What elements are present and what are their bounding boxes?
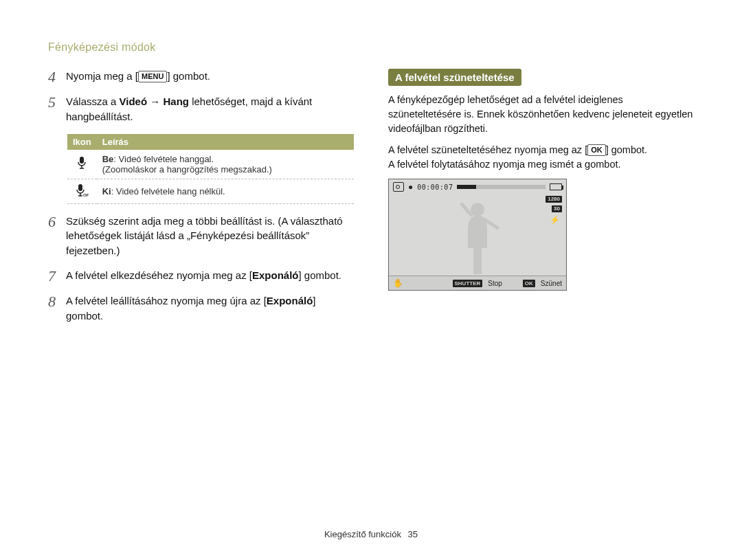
- step-number: 7: [48, 268, 66, 284]
- page-number: 35: [408, 529, 418, 539]
- resolution-badge: 1280: [546, 196, 562, 203]
- text: A felvétel szüneteltetéséhez nyomja meg …: [388, 144, 587, 155]
- paragraph: A felvétel szüneteltetéséhez nyomja meg …: [388, 143, 694, 172]
- step-number: 6: [48, 214, 66, 229]
- camera-viewfinder: 1280 30 ⚡: [389, 193, 566, 276]
- bold-text: Videó: [120, 96, 148, 107]
- battery-icon: [550, 183, 562, 190]
- page-header: Fényképezési módok: [48, 41, 694, 54]
- step-body: A felvétel leállításához nyomja meg újra…: [66, 293, 354, 324]
- ok-key-label: OK: [523, 280, 535, 287]
- bold-text: Hang: [163, 96, 189, 107]
- menu-button-label: MENU: [138, 71, 167, 82]
- record-dot-icon: ●: [408, 182, 413, 192]
- step-body: A felvétel elkezdéséhez nyomja meg az [E…: [66, 268, 354, 283]
- camera-bottom-bar: ✋ SHUTTER Stop OK Szünet: [389, 276, 566, 290]
- svg-rect-3: [78, 184, 82, 191]
- table-head-desc: Leírás: [97, 134, 354, 150]
- step-number: 4: [48, 69, 66, 85]
- table-row: OFF Ki: Videó felvétele hang nélkül.: [67, 179, 354, 203]
- person-silhouette-icon: [450, 200, 505, 276]
- text: Válassza a: [66, 96, 120, 107]
- svg-text:OFF: OFF: [83, 193, 89, 197]
- note-text: (Zoomoláskor a hangrögzítés megszakad.): [102, 164, 272, 175]
- text: : Videó felvétele hang nélkül.: [111, 186, 225, 197]
- icon-cell: OFF: [67, 179, 97, 203]
- text: Nyomja meg a [: [66, 70, 138, 82]
- ok-action: Szünet: [541, 280, 562, 287]
- bold-text: Exponáló: [267, 295, 313, 306]
- mic-on-icon: [76, 156, 87, 170]
- progress-bar: [457, 185, 546, 189]
- text: ] gombot.: [606, 144, 647, 155]
- step-number: 8: [48, 293, 66, 309]
- text: A felvétel elkezdéséhez nyomja meg az [: [66, 269, 252, 281]
- step-body: Szükség szerint adja meg a többi beállít…: [66, 214, 354, 258]
- step-5: 5 Válassza a Videó → Hang lehetőséget, m…: [48, 94, 354, 124]
- two-column-layout: 4 Nyomja meg a [MENU] gombot. 5 Válassza…: [48, 69, 694, 522]
- left-column: 4 Nyomja meg a [MENU] gombot. 5 Válassza…: [48, 69, 354, 522]
- anti-shake-icon: ✋: [393, 278, 403, 288]
- table-head-icon: Ikon: [67, 134, 97, 150]
- page-footer: Kiegészítő funkciók 35: [48, 522, 694, 539]
- text: A felvétel leállításához nyomja meg újra…: [66, 295, 267, 306]
- shutter-key-label: SHUTTER: [453, 280, 483, 287]
- fps-badge: 30: [552, 205, 562, 212]
- desc-cell: Be: Videó felvétele hanggal. (Zoomolásko…: [97, 150, 354, 179]
- bold-text: Exponáló: [252, 269, 299, 281]
- video-mode-icon: [393, 182, 404, 192]
- text: A felvétel folytatásához nyomja meg ismé…: [388, 159, 621, 170]
- text: ] gombot.: [167, 70, 210, 82]
- right-column: A felvétel szüneteltetése A fényképezőgé…: [388, 69, 694, 522]
- step-7: 7 A felvétel elkezdéséhez nyomja meg az …: [48, 268, 354, 284]
- step-4: 4 Nyomja meg a [MENU] gombot.: [48, 69, 354, 85]
- step-body: Válassza a Videó → Hang lehetőséget, maj…: [66, 94, 354, 124]
- bold-text: Be: [102, 154, 114, 164]
- pause-heading: A felvétel szüneteltetése: [388, 69, 521, 86]
- footer-section: Kiegészítő funkciók: [324, 529, 401, 539]
- desc-cell: Ki: Videó felvétele hang nélkül.: [97, 179, 354, 203]
- mic-off-icon: OFF: [75, 183, 89, 197]
- flash-icon: ⚡: [548, 215, 562, 225]
- step-body: Nyomja meg a [MENU] gombot.: [66, 69, 354, 84]
- bold-text: Ki: [102, 186, 111, 197]
- step-8: 8 A felvétel leállításához nyomja meg új…: [48, 293, 354, 324]
- icon-cell: [67, 150, 97, 179]
- icon-description-table: Ikon Leírás Be: Videó felvétele hanggal.: [67, 134, 354, 204]
- text: : Videó felvétele hanggal.: [113, 154, 214, 164]
- step-number: 5: [48, 94, 66, 110]
- camera-top-bar: ● 00:00:07: [389, 179, 566, 193]
- svg-rect-0: [80, 157, 84, 164]
- ok-button-label: OK: [587, 144, 606, 156]
- side-badges: 1280 30 ⚡: [546, 196, 562, 225]
- step-6: 6 Szükség szerint adja meg a többi beáll…: [48, 214, 354, 258]
- arrow: →: [147, 96, 163, 107]
- text: ] gombot.: [299, 269, 342, 281]
- elapsed-time: 00:00:07: [417, 183, 453, 191]
- camera-screen-illustration: ● 00:00:07 1280 30 ⚡: [388, 179, 567, 291]
- shutter-action: Stop: [488, 280, 502, 287]
- table-row: Be: Videó felvétele hanggal. (Zoomolásko…: [67, 150, 354, 179]
- paragraph: A fényképezőgép lehetőséget ad a felvéte…: [388, 93, 694, 136]
